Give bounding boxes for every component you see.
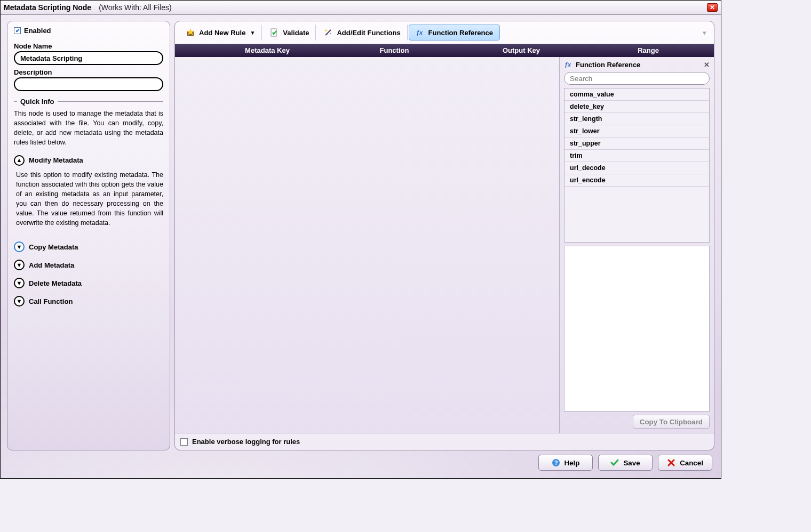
validate-icon [270, 28, 279, 37]
rules-table-header: Metadata Key Function Output Key Range [175, 44, 714, 57]
chevron-down-icon: ▼ [14, 260, 25, 270]
accordion-modify-body: Use this option to modify existing metad… [16, 170, 163, 228]
copy-to-clipboard-button[interactable]: Copy To Clipboard [633, 415, 710, 429]
node-name-label: Node Name [14, 42, 163, 50]
help-icon: ? [552, 458, 560, 467]
th-function: Function [331, 44, 458, 57]
function-search-input[interactable] [564, 72, 710, 85]
save-label: Save [623, 459, 640, 467]
verbose-label: Enable verbose logging for rules [192, 438, 300, 446]
fn-item[interactable]: trim [564, 150, 709, 162]
chevron-down-icon: ▼ [14, 278, 25, 288]
accordion-call[interactable]: ▼ Call Function [14, 296, 163, 307]
function-reference-label: Function Reference [428, 29, 493, 37]
close-panel-icon[interactable]: ✕ [704, 61, 710, 69]
enabled-checkbox[interactable]: ✔ [14, 27, 21, 34]
window-subtitle: (Works With: All Files) [99, 3, 172, 12]
fn-item[interactable]: url_encode [564, 174, 709, 187]
addedit-functions-label: Add/Edit Functions [337, 29, 400, 37]
description-input[interactable] [14, 77, 163, 91]
function-list[interactable]: comma_value delete_key str_length str_lo… [564, 88, 710, 243]
chevron-down-icon: ▼ [14, 296, 25, 307]
rules-area[interactable] [175, 57, 559, 433]
close-icon: ✕ [710, 4, 715, 11]
wand-icon [324, 28, 332, 37]
fn-item[interactable]: str_lower [564, 125, 709, 138]
function-reference-panel: ƒx Function Reference ✕ comma_value dele… [559, 57, 714, 433]
window-title: Metadata Scripting Node [4, 3, 91, 12]
accordion-add-label: Add Metadata [29, 261, 74, 269]
dialog-buttons: ? Help Save Cancel [7, 454, 714, 472]
close-button[interactable]: ✕ [707, 3, 718, 12]
accordion-modify-label: Modify Metadata [29, 156, 83, 164]
svg-point-5 [330, 33, 331, 34]
add-rule-icon [186, 28, 195, 37]
th-handle [177, 44, 204, 57]
accordion-copy[interactable]: ▼ Copy Metadata [14, 241, 163, 252]
columns: ✔ Enabled Node Name Description Quick In… [7, 21, 714, 450]
node-name-input[interactable] [14, 51, 163, 65]
svg-point-4 [325, 30, 327, 31]
client-area: ✔ Enabled Node Name Description Quick In… [1, 14, 721, 478]
fn-item[interactable]: delete_key [564, 101, 709, 113]
accordion-add[interactable]: ▼ Add Metadata [14, 260, 163, 270]
fn-item[interactable]: str_upper [564, 138, 709, 150]
accordion-modify[interactable]: ▲ Modify Metadata [14, 155, 163, 166]
accordion-delete-label: Delete Metadata [29, 279, 82, 287]
validate-button[interactable]: Validate [263, 25, 316, 41]
fn-item[interactable]: url_decode [564, 162, 709, 174]
table-body: ƒx Function Reference ✕ comma_value dele… [175, 57, 714, 433]
description-label: Description [14, 68, 163, 76]
save-button[interactable]: Save [598, 455, 653, 471]
check-icon [610, 458, 619, 467]
toolbar-overflow-icon[interactable]: ▾ [703, 29, 710, 37]
function-reference-title-row: ƒx Function Reference ✕ [564, 60, 710, 69]
fx-icon: ƒx [564, 60, 573, 69]
th-metadata-key: Metadata Key [204, 44, 331, 57]
cancel-button[interactable]: Cancel [658, 455, 712, 471]
titlebar: Metadata Scripting Node (Works With: All… [1, 1, 721, 14]
addedit-functions-button[interactable]: Add/Edit Functions [317, 25, 407, 41]
help-label: Help [564, 459, 580, 467]
chevron-up-icon: ▲ [14, 155, 25, 166]
function-reference-title: Function Reference [576, 61, 640, 69]
verbose-logging-row[interactable]: Enable verbose logging for rules [175, 433, 714, 450]
th-output-key: Output Key [458, 44, 585, 57]
fn-item[interactable]: str_length [564, 113, 709, 125]
cancel-icon [667, 458, 675, 467]
chevron-down-icon: ▼ [14, 241, 25, 252]
svg-text:?: ? [554, 460, 558, 466]
svg-text:ƒx: ƒx [416, 29, 423, 36]
function-detail-box [564, 246, 710, 412]
left-panel: ✔ Enabled Node Name Description Quick In… [7, 21, 170, 450]
quick-info-title-text: Quick Info [20, 98, 54, 106]
dialog: Metadata Scripting Node (Works With: All… [0, 0, 721, 479]
accordion-copy-label: Copy Metadata [29, 243, 78, 251]
fx-icon: ƒx [416, 28, 424, 37]
add-new-rule-label: Add New Rule [199, 29, 245, 37]
accordion-call-label: Call Function [29, 297, 73, 305]
accordion-delete[interactable]: ▼ Delete Metadata [14, 278, 163, 288]
add-new-rule-button[interactable]: Add New Rule ▼ [179, 25, 262, 41]
cancel-label: Cancel [680, 459, 703, 467]
th-range: Range [585, 44, 712, 57]
right-panel: Add New Rule ▼ Validate Add/Edit Funct [174, 21, 714, 450]
dropdown-icon: ▼ [250, 30, 255, 36]
quick-info-text: This node is used to manage the metadata… [14, 109, 163, 148]
svg-text:ƒx: ƒx [564, 61, 571, 68]
function-reference-button[interactable]: ƒx Function Reference [409, 25, 500, 41]
svg-point-6 [327, 34, 328, 35]
enabled-label: Enabled [24, 27, 51, 35]
fn-item[interactable]: comma_value [564, 88, 709, 101]
toolbar: Add New Rule ▼ Validate Add/Edit Funct [175, 21, 714, 44]
validate-label: Validate [283, 29, 309, 37]
help-button[interactable]: ? Help [538, 455, 593, 471]
enabled-row[interactable]: ✔ Enabled [14, 27, 163, 35]
verbose-checkbox[interactable] [180, 438, 188, 446]
quick-info-title: Quick Info [14, 98, 163, 106]
